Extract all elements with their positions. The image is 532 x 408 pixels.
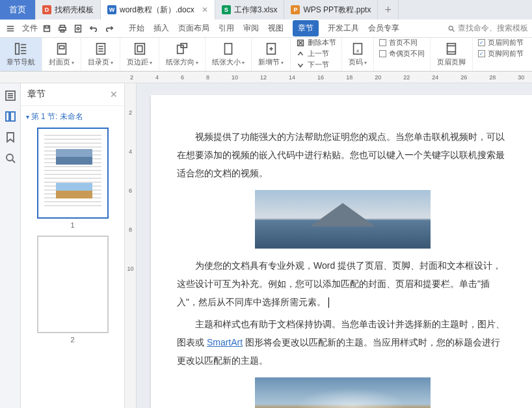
- ribbon-newsec[interactable]: 新增节: [252, 38, 291, 71]
- ribbon-margin[interactable]: 页边距: [120, 38, 159, 71]
- tab-spreadsheet[interactable]: S 工作簿3.xlsx: [215, 0, 285, 20]
- svg-rect-12: [16, 44, 20, 55]
- menu-layout[interactable]: 页面布局: [178, 20, 209, 36]
- preview-icon[interactable]: [72, 22, 85, 35]
- rail-search-icon[interactable]: [5, 152, 16, 164]
- print-icon[interactable]: [56, 22, 69, 35]
- check-diff-first[interactable]: 首页不同: [379, 38, 425, 48]
- menu-tabs: 开始 插入 页面布局 引用 审阅 视图 章节 开发工具 会员专享: [129, 20, 399, 36]
- svg-line-11: [453, 29, 455, 31]
- ribbon-toc[interactable]: 目录页: [81, 38, 120, 71]
- ribbon-orient[interactable]: 纸张方向: [159, 38, 206, 71]
- ribbon-size[interactable]: 纸张大小: [206, 38, 252, 71]
- tab-home[interactable]: 首页: [0, 0, 36, 20]
- rail-section-icon[interactable]: [5, 111, 16, 122]
- svg-rect-25: [178, 46, 183, 54]
- menu-section[interactable]: 章节: [293, 20, 319, 36]
- undo-icon[interactable]: [87, 22, 100, 35]
- image-lake[interactable]: [255, 377, 431, 408]
- menu-view[interactable]: 视图: [268, 20, 284, 36]
- menu-start[interactable]: 开始: [129, 20, 144, 36]
- rail-outline-icon[interactable]: [5, 90, 16, 102]
- tab-word-doc[interactable]: W word教程（新）.docx ✕: [101, 0, 215, 20]
- file-menu[interactable]: 文件: [22, 23, 38, 34]
- plus-icon: +: [384, 3, 392, 17]
- checkbox-icon: ✓: [478, 50, 485, 57]
- svg-rect-24: [137, 46, 142, 51]
- svg-rect-8: [75, 25, 81, 32]
- tab-ppt[interactable]: P WPS PPT教程.pptx: [284, 0, 378, 20]
- vertical-ruler: 246810: [125, 83, 137, 408]
- size-icon: [221, 42, 235, 56]
- svg-rect-7: [60, 29, 64, 32]
- text-cursor: [328, 297, 329, 308]
- paragraph: 主题和样式也有助于文档保持协调。当您单击设计并选择新的主题时，图片、图表或 Sm…: [177, 315, 509, 370]
- rail-bookmark-icon[interactable]: [5, 131, 16, 143]
- ribbon-delsec[interactable]: 删除本节: [296, 38, 336, 48]
- tab-label: 找稻壳模板: [55, 5, 94, 16]
- svg-rect-43: [6, 112, 9, 121]
- word-icon: W: [107, 5, 116, 14]
- checkbox-icon: ✓: [478, 39, 485, 46]
- svg-rect-4: [45, 25, 48, 28]
- cover-icon: [55, 42, 69, 56]
- ribbon-headerfooter[interactable]: 页眉页脚: [431, 38, 473, 71]
- svg-point-10: [449, 26, 453, 30]
- save-icon[interactable]: [40, 22, 53, 35]
- section-node[interactable]: 第 1 节: 未命名: [26, 111, 119, 122]
- thumb-label-1: 1: [26, 221, 119, 229]
- thumb-label-2: 2: [26, 336, 119, 344]
- tab-label: word教程（新）.docx: [120, 5, 194, 16]
- ribbon: 章节导航 封面页 目录页 页边距 纸张方向 纸张大小 新增节 删除本节 上一节 …: [0, 38, 532, 72]
- ribbon-nav[interactable]: 章节导航: [0, 38, 42, 71]
- horizontal-ruler: 2468101214161820222426283032343638404244…: [0, 72, 532, 83]
- menu-insert[interactable]: 插入: [153, 20, 169, 36]
- svg-line-46: [12, 160, 15, 163]
- thumbnail-page-1[interactable]: [37, 128, 109, 219]
- delete-icon: [296, 38, 305, 48]
- main-area: 章节 ✕ 第 1 节: 未命名 1 2 246810 视频提供了功能强大的方法帮…: [0, 83, 532, 408]
- menu-reference[interactable]: 引用: [219, 20, 234, 36]
- tab-add[interactable]: +: [378, 0, 399, 20]
- thumbnail-page-2[interactable]: [37, 236, 109, 333]
- down-icon: [296, 61, 305, 70]
- docer-icon: D: [42, 5, 51, 14]
- redo-icon[interactable]: [103, 22, 116, 35]
- check-link-header[interactable]: ✓页眉同前节: [478, 38, 524, 48]
- search-placeholder: 查找命令、搜索模板: [458, 23, 528, 34]
- image-mountain[interactable]: [255, 190, 431, 249]
- check-diff-oddeven[interactable]: 奇偶页不同: [379, 49, 425, 59]
- toc-icon: [94, 42, 108, 56]
- svg-rect-27: [225, 44, 232, 55]
- close-icon[interactable]: ✕: [202, 5, 208, 14]
- check-link-footer[interactable]: ✓页脚同前节: [478, 49, 524, 59]
- margin-icon: [133, 42, 147, 56]
- ribbon-cover[interactable]: 封面页: [42, 38, 81, 71]
- smartart-link[interactable]: SmartArt: [207, 337, 243, 347]
- search-box[interactable]: 查找命令、搜索模板: [447, 23, 528, 34]
- menu-vip[interactable]: 会员专享: [368, 20, 399, 36]
- search-icon: [447, 25, 455, 33]
- menu-dev[interactable]: 开发工具: [328, 20, 359, 36]
- tab-label: 工作簿3.xlsx: [234, 5, 278, 16]
- document-area[interactable]: 246810 视频提供了功能强大的方法帮助您证明您的观点。当您单击联机视频时，可…: [125, 83, 532, 408]
- menu-icon[interactable]: [4, 22, 17, 35]
- paragraph: 视频提供了功能强大的方法帮助您证明您的观点。当您单击联机视频时，可以在想要添加的…: [177, 128, 509, 182]
- close-panel-icon[interactable]: ✕: [110, 89, 118, 100]
- checkbox-icon: [379, 39, 386, 46]
- menu-review[interactable]: 审阅: [243, 20, 259, 36]
- svg-text:#: #: [356, 48, 360, 54]
- ribbon-pagenum[interactable]: # 页码: [342, 38, 374, 71]
- left-rail: [0, 83, 21, 408]
- svg-point-9: [77, 27, 79, 30]
- ppt-icon: P: [291, 5, 300, 14]
- nav-body: 第 1 节: 未命名 1 2: [21, 106, 124, 408]
- checkbox-icon: [379, 50, 386, 57]
- ribbon-nextsec[interactable]: 下一节: [296, 60, 336, 70]
- newsec-icon: [264, 42, 278, 56]
- nav-icon: [14, 42, 28, 56]
- tab-templates[interactable]: D 找稻壳模板: [36, 0, 101, 20]
- ribbon-prevsec[interactable]: 上一节: [296, 49, 336, 59]
- document-page[interactable]: 视频提供了功能强大的方法帮助您证明您的观点。当您单击联机视频时，可以在想要添加的…: [151, 95, 532, 408]
- sheet-icon: S: [222, 5, 231, 14]
